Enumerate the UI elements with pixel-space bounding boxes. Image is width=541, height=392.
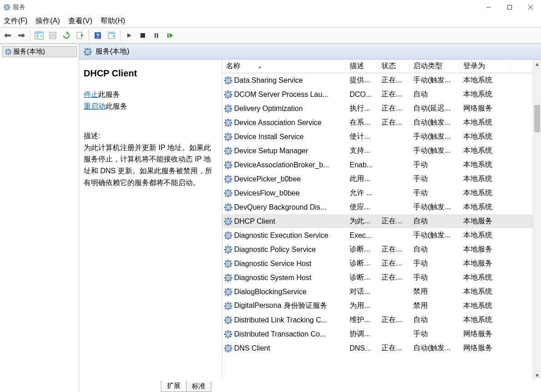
menu-action[interactable]: 操作(A) (35, 16, 60, 26)
separator (30, 30, 30, 41)
service-name: Diagnostic Policy Service (234, 246, 316, 254)
cell-logon: 本地系统 (460, 160, 510, 170)
scroll-up-button[interactable]: ▴ (533, 60, 541, 68)
cell-startup: 手动(触发... (410, 202, 460, 212)
table-row[interactable]: DialogBlockingService对话...禁用本地系统 (222, 285, 533, 299)
back-button[interactable] (2, 30, 14, 41)
stop-service-button[interactable] (137, 30, 149, 41)
menu-view[interactable]: 查看(V) (68, 16, 92, 26)
help-button[interactable]: ? (92, 30, 104, 41)
cell-logon: 本地服务 (460, 216, 510, 226)
cell-startup: 手动(触发... (410, 146, 460, 156)
table-row[interactable]: Distributed Transaction Co...协调...手动网络服务 (222, 327, 533, 341)
cell-desc: 为此... (346, 216, 378, 226)
table-row[interactable]: Distributed Link Tracking C...维护...正在...… (222, 313, 533, 327)
column-description[interactable]: 描述 (346, 61, 378, 71)
table-row[interactable]: Data Sharing Service提供...正在...手动(触发...本地… (222, 73, 533, 87)
tab-standard[interactable]: 标准 (186, 381, 211, 392)
table-row[interactable]: DigitalPersona 身份验证服务为用...禁用本地系统 (222, 299, 533, 313)
tree-item-services-local[interactable]: 服务(本地) (2, 46, 77, 57)
cell-status: 正在... (378, 273, 410, 282)
right-pane: 服务(本地) DHCP Client 停止此服务 重启动此服务 描述: 为此计算… (79, 44, 541, 392)
description-label: 描述: (84, 130, 215, 142)
cell-status: 正在... (378, 245, 410, 254)
menubar: 文件(F) 操作(A) 查看(V) 帮助(H) (0, 15, 541, 27)
table-row[interactable]: DevQuery Background Dis...使应...手动(触发...本… (222, 200, 533, 214)
service-name: DialogBlockingService (234, 288, 306, 296)
minimize-button[interactable] (478, 0, 499, 15)
cell-startup: 手动 (410, 329, 460, 339)
bottom-tabs: 扩展 标准 (79, 379, 541, 392)
svg-marker-40 (170, 33, 173, 38)
table-row[interactable]: Device Setup Manager支持...手动(触发...本地系统 (222, 144, 533, 158)
table-row[interactable]: Delivery Optimization执行...正在...自动(延迟...网… (222, 101, 533, 116)
cell-logon: 网络服务 (460, 343, 510, 353)
show-hide-action-button[interactable] (105, 30, 117, 41)
service-name: Diagnostic Execution Service (234, 231, 328, 240)
svg-marker-21 (36, 35, 37, 37)
table-row[interactable]: Device Install Service使计...手动(触发...本地系统 (222, 130, 533, 144)
column-name[interactable]: 名称▴ (222, 61, 346, 71)
cell-desc: 在系... (346, 118, 378, 127)
svg-rect-33 (108, 32, 115, 34)
table-row[interactable]: Device Association Service在系...正在...自动(触… (222, 116, 533, 130)
cell-startup: 自动 (410, 90, 460, 99)
show-hide-tree-button[interactable] (33, 30, 45, 41)
table-row[interactable]: Diagnostic System Host诊断...正在...手动本地系统 (222, 271, 533, 285)
service-name: DHCP Client (234, 217, 275, 226)
tab-extended[interactable]: 扩展 (161, 381, 186, 392)
properties-button[interactable] (47, 30, 59, 41)
stop-service-link[interactable]: 停止 (84, 90, 98, 98)
column-logon[interactable]: 登录为 (460, 61, 510, 71)
table-row[interactable]: DevicePicker_b0bee此用...手动本地系统 (222, 172, 533, 186)
table-row[interactable]: Diagnostic Policy Service诊断...正在...自动本地服… (222, 242, 533, 256)
start-service-button[interactable] (123, 30, 135, 41)
table-row[interactable]: Diagnostic Service Host诊断...正在...手动本地服务 (222, 256, 533, 271)
table-row[interactable]: DNS ClientDNS...正在...自动(触发...网络服务 (222, 341, 533, 355)
restart-service-link[interactable]: 重启动 (84, 102, 105, 110)
table-row[interactable]: DCOM Server Process Lau...DCO...正在...自动本… (222, 87, 533, 101)
svg-rect-38 (157, 33, 158, 38)
close-button[interactable] (520, 0, 541, 15)
service-name: DCOM Server Process Lau... (234, 90, 328, 99)
cell-logon: 本地系统 (460, 188, 510, 198)
column-startup[interactable]: 启动类型 (410, 61, 460, 71)
cell-status: 正在... (378, 315, 410, 325)
gear-icon (224, 316, 232, 324)
refresh-button[interactable] (60, 30, 72, 41)
cell-logon: 本地系统 (460, 132, 510, 141)
table-row[interactable]: DevicesFlow_b0bee允许 ...手动本地系统 (222, 186, 533, 200)
service-name: DevicePicker_b0bee (234, 175, 301, 183)
app-icon (4, 4, 10, 10)
pause-service-button[interactable] (150, 30, 162, 41)
forward-button[interactable] (15, 30, 27, 41)
maximize-button[interactable] (499, 0, 520, 15)
menu-file[interactable]: 文件(F) (4, 16, 27, 26)
service-name: DevicesFlow_b0bee (234, 189, 300, 197)
cell-desc: DNS... (346, 344, 378, 352)
restart-service-button[interactable] (164, 30, 176, 41)
table-row[interactable]: DeviceAssociationBroker_b...Enab...手动本地系… (222, 158, 533, 172)
scroll-down-button[interactable]: ▾ (533, 371, 541, 379)
table-row[interactable]: DHCP Client为此...正在...自动本地服务 (222, 214, 533, 228)
service-list: 名称▴ 描述 状态 启动类型 登录为 Data Sharing Service提… (222, 60, 541, 379)
cell-logon: 本地系统 (460, 90, 510, 99)
svg-marker-29 (81, 34, 84, 37)
gear-icon (84, 48, 92, 56)
gear-icon (224, 147, 232, 155)
svg-marker-22 (41, 35, 42, 37)
vertical-scrollbar[interactable]: ▴ ▾ (533, 60, 541, 379)
column-status[interactable]: 状态 (378, 61, 410, 71)
detail-pane: DHCP Client 停止此服务 重启动此服务 描述: 为此计算机注册并更新 … (79, 60, 222, 379)
cell-startup: 手动 (410, 273, 460, 282)
cell-status: 正在... (378, 75, 410, 85)
export-button[interactable] (74, 30, 86, 41)
menu-help[interactable]: 帮助(H) (100, 16, 125, 26)
table-row[interactable]: Diagnostic Execution ServiceExec...手动(触发… (222, 228, 533, 242)
cell-startup: 自动 (410, 216, 460, 226)
service-name: Diagnostic Service Host (234, 260, 311, 268)
service-name: Delivery Optimization (234, 105, 303, 113)
cell-startup: 手动(触发... (410, 132, 460, 141)
gear-icon (224, 90, 232, 99)
scrollbar-thumb[interactable] (534, 105, 540, 132)
